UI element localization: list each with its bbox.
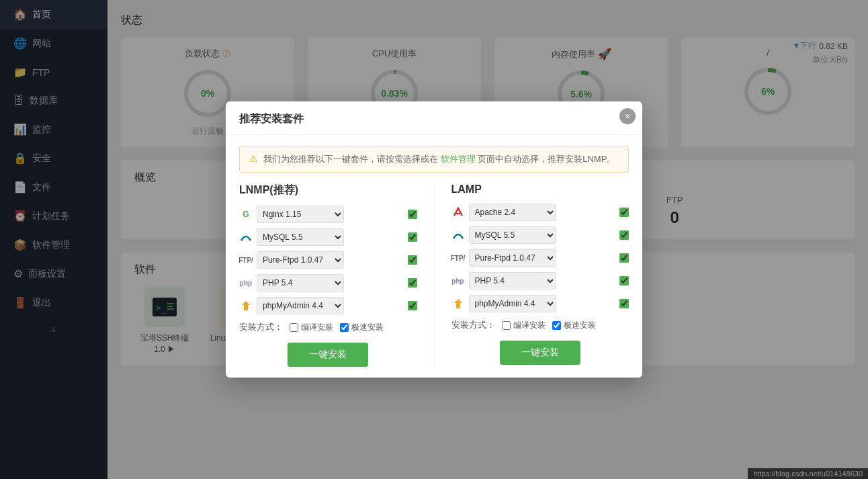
pkg-php-lamp: php PHP 5.4 bbox=[451, 272, 630, 290]
lnmp-install-button[interactable]: 一键安装 bbox=[288, 343, 368, 367]
phpmyadmin-version-select-lamp[interactable]: phpMyAdmin 4.4 bbox=[469, 295, 556, 312]
compile-install-lamp[interactable]: 编译安装 bbox=[502, 320, 546, 331]
mysql-icon-lnmp bbox=[239, 230, 253, 244]
phpmyadmin-version-select-lnmp[interactable]: phpMyAdmin 4.4 bbox=[257, 297, 344, 314]
pkg-ftp-lamp: FTP/ Pure-Ftpd 1.0.47 bbox=[451, 249, 630, 267]
lamp-section: LAMP Apache 2.4 bbox=[451, 183, 630, 367]
install-method-lamp: 安装方式： 编译安装 极速安装 bbox=[451, 319, 630, 331]
php-check-lamp[interactable] bbox=[619, 276, 629, 286]
php-version-select-lnmp[interactable]: PHP 5.4 bbox=[257, 274, 344, 292]
ftp-icon-lnmp: FTP/ bbox=[239, 253, 253, 267]
ftp-icon-lamp: FTP/ bbox=[451, 251, 465, 265]
mysql-icon-lamp bbox=[451, 228, 465, 242]
software-management-link[interactable]: 软件管理 bbox=[441, 154, 476, 164]
php-check-lnmp[interactable] bbox=[408, 278, 417, 288]
phpmyadmin-icon-lnmp bbox=[239, 299, 253, 312]
modal-notice: ⚠ 我们为您推荐以下一键套件，请按需选择或在 软件管理 页面中自动选择，推荐安装… bbox=[239, 146, 629, 173]
pkg-phpmyadmin-lamp: phpMyAdmin 4.4 bbox=[451, 295, 630, 312]
fast-install-lamp[interactable]: 极速安装 bbox=[552, 320, 596, 331]
ftp-check-lnmp[interactable] bbox=[408, 255, 417, 265]
fast-install-check-lamp[interactable] bbox=[552, 321, 561, 330]
fast-install-lnmp[interactable]: 极速安装 bbox=[340, 322, 384, 333]
pkg-nginx: G Nginx 1.15 bbox=[239, 206, 417, 223]
ftpd-version-select-lnmp[interactable]: Pure-Ftpd 1.0.47 bbox=[257, 251, 344, 269]
lamp-install-button[interactable]: 一键安装 bbox=[500, 341, 580, 365]
pkg-apache: Apache 2.4 bbox=[451, 204, 630, 221]
apache-icon bbox=[451, 206, 465, 219]
nginx-check[interactable] bbox=[408, 210, 417, 219]
lnmp-section: LNMP(推荐) G Nginx 1.15 MySQL 5.5 bbox=[239, 183, 417, 367]
install-method-lnmp: 安装方式： 编译安装 极速安装 bbox=[239, 321, 417, 333]
compile-install-lnmp[interactable]: 编译安装 bbox=[290, 322, 333, 333]
php-icon-lnmp: php bbox=[239, 276, 253, 290]
lnmp-title: LNMP(推荐) bbox=[239, 183, 417, 198]
packages-divider bbox=[434, 183, 435, 367]
lamp-title: LAMP bbox=[451, 183, 630, 195]
mysql-version-select-lamp[interactable]: MySQL 5.5 bbox=[469, 226, 556, 244]
apache-check[interactable] bbox=[619, 208, 629, 217]
pkg-php-lnmp: php PHP 5.4 bbox=[239, 274, 417, 292]
nginx-icon: G bbox=[239, 208, 253, 221]
phpmyadmin-check-lamp[interactable] bbox=[619, 299, 629, 308]
modal-header: 推荐安装套件 bbox=[226, 101, 642, 135]
mysql-check-lamp[interactable] bbox=[619, 230, 629, 240]
phpmyadmin-check-lnmp[interactable] bbox=[408, 301, 417, 310]
fast-install-check-lnmp[interactable] bbox=[340, 323, 349, 332]
modal-close-button[interactable]: × bbox=[619, 108, 636, 124]
nginx-version-select[interactable]: Nginx 1.15 bbox=[257, 206, 344, 223]
modal-body: ⚠ 我们为您推荐以下一键套件，请按需选择或在 软件管理 页面中自动选择，推荐安装… bbox=[226, 135, 642, 378]
phpmyadmin-icon-lamp bbox=[451, 297, 465, 310]
ftp-check-lamp[interactable] bbox=[619, 253, 629, 263]
mysql-version-select-lnmp[interactable]: MySQL 5.5 bbox=[257, 228, 344, 246]
compile-install-check-lamp[interactable] bbox=[502, 321, 511, 330]
php-icon-lamp: php bbox=[451, 274, 465, 288]
mysql-check-lnmp[interactable] bbox=[408, 232, 417, 242]
warning-icon: ⚠ bbox=[249, 153, 258, 164]
packages-row: LNMP(推荐) G Nginx 1.15 MySQL 5.5 bbox=[239, 183, 629, 367]
pkg-phpmyadmin-lnmp: phpMyAdmin 4.4 bbox=[239, 297, 417, 314]
modal-overlay[interactable]: 推荐安装套件 × ⚠ 我们为您推荐以下一键套件，请按需选择或在 软件管理 页面中… bbox=[0, 0, 868, 479]
pkg-mysql-lnmp: MySQL 5.5 bbox=[239, 228, 417, 246]
install-modal: 推荐安装套件 × ⚠ 我们为您推荐以下一键套件，请按需选择或在 软件管理 页面中… bbox=[226, 101, 642, 378]
pkg-ftp-lnmp: FTP/ Pure-Ftpd 1.0.47 bbox=[239, 251, 417, 269]
compile-install-check-lnmp[interactable] bbox=[290, 323, 298, 332]
php-version-select-lamp[interactable]: PHP 5.4 bbox=[469, 272, 556, 290]
apache-version-select[interactable]: Apache 2.4 bbox=[469, 204, 556, 221]
ftpd-version-select-lamp[interactable]: Pure-Ftpd 1.0.47 bbox=[469, 249, 556, 267]
pkg-mysql-lamp: MySQL 5.5 bbox=[451, 226, 630, 244]
